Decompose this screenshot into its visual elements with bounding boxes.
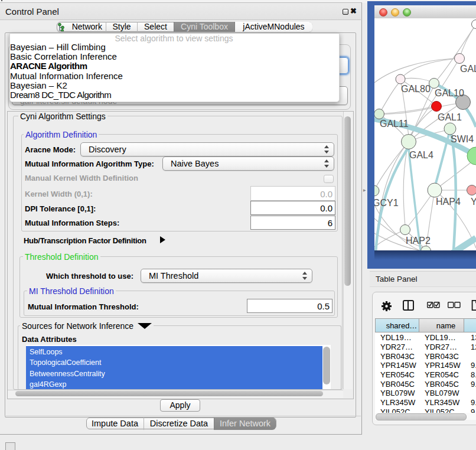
svg-text:GAL4: GAL4 xyxy=(409,150,433,160)
svg-text:GAL11: GAL11 xyxy=(380,119,409,129)
svg-text:GAL10: GAL10 xyxy=(435,88,464,98)
svg-text:GCY1: GCY1 xyxy=(374,198,399,208)
svg-text:SWI4: SWI4 xyxy=(451,134,474,144)
svg-text:HAP2: HAP2 xyxy=(406,236,431,246)
svg-text:GAL80: GAL80 xyxy=(401,84,431,94)
svg-text:GAL2: GAL2 xyxy=(460,64,476,74)
svg-text:YO: YO xyxy=(471,197,476,207)
svg-text:GAL1: GAL1 xyxy=(438,112,462,122)
svg-text:HAP4: HAP4 xyxy=(436,197,461,207)
